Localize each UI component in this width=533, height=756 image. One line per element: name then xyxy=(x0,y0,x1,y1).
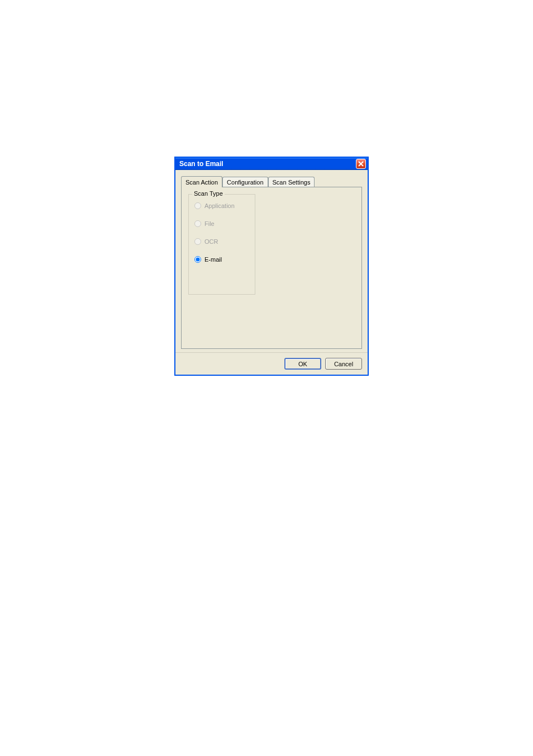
radio-label: Application xyxy=(204,202,235,209)
radio-row-file: File xyxy=(194,220,249,227)
ok-button[interactable]: OK xyxy=(284,358,321,370)
close-button[interactable] xyxy=(356,159,366,169)
tab-panel: Scan Type Application File OCR E-mail xyxy=(181,187,362,349)
tab-strip: Scan Action Configuration Scan Settings xyxy=(181,176,362,187)
close-icon xyxy=(358,161,364,167)
radio-label: File xyxy=(204,220,215,227)
radio-row-ocr: OCR xyxy=(194,238,249,245)
tab-scan-action[interactable]: Scan Action xyxy=(181,176,222,187)
radio-row-email[interactable]: E-mail xyxy=(194,256,249,263)
radio-email[interactable] xyxy=(194,256,201,263)
scan-type-fieldset: Scan Type Application File OCR E-mail xyxy=(188,194,255,295)
dialog-title: Scan to Email xyxy=(179,160,223,168)
tab-scan-settings[interactable]: Scan Settings xyxy=(268,177,315,187)
radio-label: E-mail xyxy=(204,256,222,263)
button-label: OK xyxy=(298,361,307,367)
radio-label: OCR xyxy=(204,238,218,245)
radio-file xyxy=(194,220,201,227)
dialog-body: Scan Action Configuration Scan Settings … xyxy=(175,170,368,349)
cancel-button[interactable]: Cancel xyxy=(325,358,362,370)
tab-label: Configuration xyxy=(227,179,263,186)
tab-configuration[interactable]: Configuration xyxy=(222,177,268,187)
scan-to-email-dialog: Scan to Email Scan Action Configuration … xyxy=(174,157,369,376)
tab-label: Scan Action xyxy=(185,179,218,186)
radio-ocr xyxy=(194,238,201,245)
radio-application xyxy=(194,202,201,209)
button-row: OK Cancel xyxy=(175,352,368,375)
fieldset-legend: Scan Type xyxy=(192,190,225,197)
tab-label: Scan Settings xyxy=(273,179,311,186)
titlebar[interactable]: Scan to Email xyxy=(175,158,368,170)
button-label: Cancel xyxy=(334,361,353,367)
radio-row-application: Application xyxy=(194,202,249,209)
